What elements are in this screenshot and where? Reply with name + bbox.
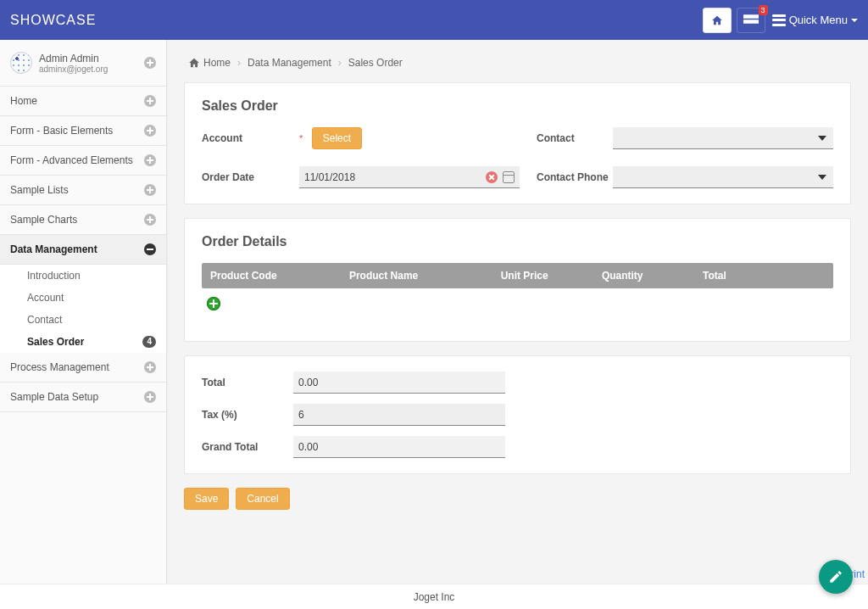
sales-order-panel: Sales Order Account * Select Contact Ord… [184,82,851,204]
sidebar-item-data-management[interactable]: Data Management [0,235,166,265]
inbox-icon [743,14,759,26]
save-button[interactable]: Save [184,488,229,510]
order-details-body [202,288,833,326]
total-field[interactable] [293,372,505,394]
order-date-input[interactable] [304,171,479,183]
grand-total-label: Grand Total [202,441,293,453]
account-label: Account [202,132,282,144]
main-content: Home › Data Management › Sales Order Sal… [167,40,868,584]
user-name: Admin Admin [39,53,144,64]
plus-icon [144,57,156,69]
plus-icon [144,214,156,226]
plus-icon [144,154,156,166]
contact-select-wrap [613,127,833,149]
breadcrumb-separator: › [237,57,241,69]
order-details-panel: Order Details Product Code Product Name … [184,218,851,342]
add-row-button[interactable] [207,297,220,310]
sidebar-submenu-data-management: Introduction Account Contact Sales Order… [0,265,166,353]
sidebar-item-process-management[interactable]: Process Management [0,353,166,383]
sidebar-item-sample-charts[interactable]: Sample Charts [0,205,166,235]
home-icon [187,57,201,69]
clear-date-icon[interactable] [486,171,498,183]
form-actions: Save Cancel [184,488,851,510]
plus-icon [144,125,156,137]
contact-phone-select-wrap [613,166,833,188]
list-icon [772,14,786,26]
brand-title: SHOWCASE [10,13,96,28]
plus-icon [144,95,156,107]
plus-icon [144,184,156,196]
panel-title: Order Details [202,234,833,249]
minus-icon [144,243,156,255]
col-total: Total [694,263,833,288]
user-profile-row[interactable]: Admin Admin adminx@joget.org [0,40,166,87]
total-label: Total [202,377,293,388]
order-details-header: Product Code Product Name Unit Price Qua… [202,263,833,288]
home-button[interactable] [703,8,732,33]
breadcrumb-level2[interactable]: Sales Order [348,57,403,69]
tax-label: Tax (%) [202,409,293,421]
breadcrumb: Home › Data Management › Sales Order [184,40,851,82]
grand-total-field[interactable] [293,436,505,458]
quick-menu-label: Quick Menu [789,14,848,26]
order-date-label: Order Date [202,171,282,183]
sidebar-subitem-account[interactable]: Account [0,287,166,309]
order-date-field [299,166,520,188]
avatar [10,52,32,74]
pencil-icon [828,569,843,584]
plus-icon [144,391,156,403]
sidebar-subitem-introduction[interactable]: Introduction [0,265,166,287]
tax-field[interactable] [293,404,505,426]
quick-menu-dropdown[interactable]: Quick Menu [772,14,858,26]
notification-badge: 3 [759,5,768,15]
required-marker: * [299,133,303,143]
footer-text: Joget Inc [414,591,455,603]
sidebar-item-form-basic[interactable]: Form - Basic Elements [0,116,166,146]
svg-rect-1 [743,20,759,24]
contact-select[interactable] [613,127,833,149]
sidebar-subitem-sales-order[interactable]: Sales Order 4 [0,331,166,353]
app-header: SHOWCASE 3 Quick Menu [0,0,868,40]
chevron-down-icon [851,19,858,22]
select-account-button[interactable]: Select [312,127,362,149]
notification-button[interactable]: 3 [737,8,765,33]
breadcrumb-home[interactable]: Home [187,57,231,69]
col-quantity: Quantity [593,263,694,288]
sidebar-subitem-contact[interactable]: Contact [0,309,166,331]
sidebar: Admin Admin adminx@joget.org Home Form -… [0,40,167,584]
col-product-name: Product Name [341,263,492,288]
svg-rect-0 [743,14,759,19]
sidebar-item-sample-data-setup[interactable]: Sample Data Setup [0,383,166,412]
edit-fab[interactable] [819,560,853,594]
contact-phone-label: Contact Phone [537,171,596,183]
col-product-code: Product Code [202,263,341,288]
footer: Joget Inc [0,584,868,609]
calendar-icon[interactable] [503,171,515,183]
plus-icon [144,361,156,373]
contact-phone-select[interactable] [613,166,833,188]
breadcrumb-separator: › [338,57,342,69]
panel-title: Sales Order [202,98,833,114]
user-email: adminx@joget.org [39,64,144,74]
col-unit-price: Unit Price [492,263,593,288]
sidebar-item-sample-lists[interactable]: Sample Lists [0,176,166,205]
count-badge: 4 [142,336,156,348]
breadcrumb-level1[interactable]: Data Management [248,57,331,69]
contact-label: Contact [537,132,596,144]
home-icon [710,14,724,26]
totals-panel: Total Tax (%) Grand Total [184,355,851,474]
sidebar-item-form-advanced[interactable]: Form - Advanced Elements [0,146,166,176]
sidebar-item-home[interactable]: Home [0,87,166,116]
cancel-button[interactable]: Cancel [236,488,289,510]
